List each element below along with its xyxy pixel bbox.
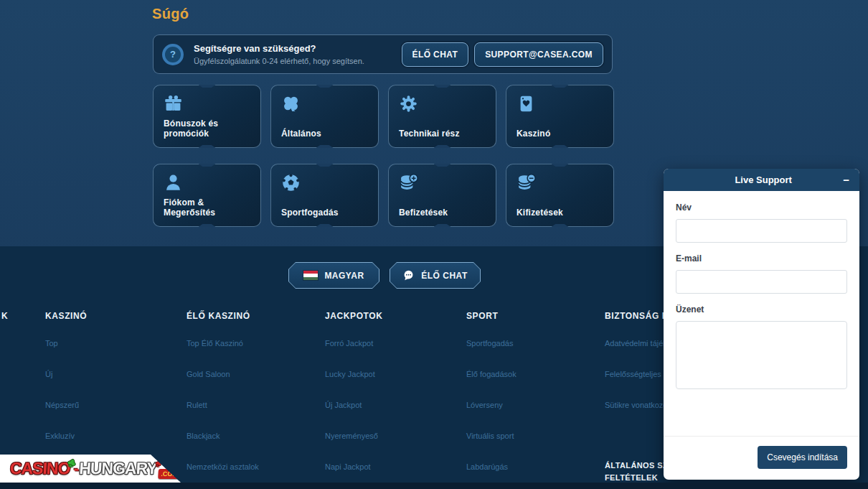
footer-column-sport: SPORT Sportfogadás Élő fogadások Lóverse…: [466, 311, 516, 489]
live-support-header: Live Support −: [664, 169, 859, 191]
help-question-icon: ?: [162, 44, 184, 65]
footer-link[interactable]: Napi Jackpot: [325, 462, 371, 471]
footer-list-item: Új Jackpot: [325, 398, 383, 411]
footer-link[interactable]: Top Élő Kaszinó: [187, 339, 243, 348]
category-label: Befizetések: [399, 208, 486, 218]
help-subheading: Ügyfélszolgálatunk 0-24 elérhető, hogy s…: [194, 57, 364, 65]
playing-card-icon: [516, 94, 536, 113]
footer-list-item: Forró Jackpot: [325, 336, 383, 349]
page-title: Súgó: [152, 6, 189, 22]
footer-list-item: Labdarúgás: [466, 460, 516, 472]
live-support-body: Név E-mail Üzenet Csevegés indítása: [664, 191, 859, 480]
category-label: Kaszinó: [516, 129, 603, 139]
category-label: Sportfogadás: [281, 208, 368, 218]
category-label: Kifizetések: [516, 208, 603, 218]
category-card-bonuses[interactable]: Bónuszok és promóciók: [153, 85, 261, 148]
footer-link[interactable]: Forró Jackpot: [325, 339, 373, 348]
footer-list-item: Top: [45, 336, 88, 349]
user-icon: [164, 173, 183, 192]
message-label: Üzenet: [676, 304, 847, 315]
live-chat-button[interactable]: ÉLŐ CHAT: [402, 42, 469, 67]
footer-list-item: Élő fogadások: [466, 367, 516, 380]
footer-link[interactable]: Top: [45, 339, 58, 348]
footer-column-jackpots: JACKPOTOK Forró Jackpot Lucky Jackpot Új…: [325, 311, 383, 489]
footer-list-item: Top Élő Kaszinó: [187, 336, 259, 349]
gear-icon: [399, 94, 418, 113]
footer-list-item: Nemzetközi asztalok: [187, 460, 259, 472]
category-card-casino[interactable]: Kaszinó: [506, 85, 614, 148]
category-card-account[interactable]: Fiókom & Megerősítés: [153, 164, 261, 227]
email-field[interactable]: [676, 270, 847, 294]
footer-link[interactable]: Új Jackpot: [325, 401, 362, 409]
language-button-label: MAGYAR: [324, 271, 364, 281]
language-button[interactable]: MAGYAR: [288, 262, 379, 289]
footer-list-item: Rulett: [187, 398, 259, 411]
help-banner: ? Segítségre van szükséged? Ügyfélszolgá…: [153, 34, 613, 74]
footer-list-item: Sportfogadás: [466, 336, 516, 349]
watermark-casino-text: CASINO: [9, 459, 70, 478]
category-card-deposits[interactable]: Befizetések: [388, 164, 496, 227]
footer-link[interactable]: Élő fogadások: [466, 370, 516, 378]
question-mark-glyph: ?: [165, 47, 181, 62]
footer-column-title: SPORT: [466, 311, 516, 321]
footer-list-item: Gold Saloon: [187, 367, 259, 380]
footer-column-partial: K: [1, 311, 8, 336]
help-heading: Segítségre van szükséged?: [194, 43, 364, 54]
footer-live-chat-button[interactable]: ÉLŐ CHAT: [390, 262, 481, 289]
footer-list-item: Lóverseny: [466, 398, 516, 411]
coins-plus-icon: [399, 173, 418, 192]
soccer-ball-icon: [281, 173, 301, 192]
message-field[interactable]: [676, 321, 847, 389]
name-field[interactable]: [676, 219, 847, 243]
footer-link[interactable]: Virtuális sport: [466, 432, 514, 440]
category-card-sports[interactable]: Sportfogadás: [270, 164, 379, 227]
category-card-general[interactable]: Általános: [270, 85, 379, 148]
footer-link[interactable]: Exkluzív: [45, 432, 75, 440]
live-support-title: Live Support: [674, 174, 843, 185]
email-label: E-mail: [676, 253, 847, 264]
category-label: Általános: [281, 129, 368, 139]
support-email-button[interactable]: SUPPORT@CASEA.COM: [474, 42, 603, 67]
name-label: Név: [676, 202, 847, 213]
category-label: Fiókom & Megerősítés: [164, 197, 250, 218]
start-chat-button[interactable]: Csevegés indítása: [758, 446, 847, 469]
category-card-technical[interactable]: Technikai rész: [388, 85, 496, 148]
footer-link[interactable]: Labdarúgás: [466, 462, 508, 471]
footer-link[interactable]: Új: [45, 370, 52, 378]
footer-column-title: K: [1, 311, 8, 321]
footer-link[interactable]: Lucky Jackpot: [325, 370, 375, 378]
minimize-icon[interactable]: −: [843, 174, 849, 185]
bottom-bar: [0, 483, 868, 489]
help-banner-texts: Segítségre van szükséged? Ügyfélszolgála…: [194, 43, 364, 65]
help-category-grid: Bónuszok és promóciók Általános: [153, 85, 614, 227]
live-support-widget: Live Support − Név E-mail Üzenet Csevegé…: [664, 169, 859, 480]
footer-column-title: KASZINÓ: [45, 311, 88, 321]
footer-link[interactable]: Blackjack: [187, 432, 220, 440]
category-label: Bónuszok és promóciók: [164, 118, 250, 139]
footer-link[interactable]: Nemzetközi asztalok: [187, 462, 259, 471]
footer-list-item: Új: [45, 367, 88, 380]
category-label: Technikai rész: [399, 129, 486, 139]
category-card-withdrawals[interactable]: Kifizetések: [506, 164, 614, 227]
coins-minus-icon: [516, 173, 536, 192]
footer-link[interactable]: Nyereményeső: [325, 432, 378, 440]
footer-link[interactable]: Lóverseny: [466, 401, 503, 409]
footer-list-item: Lucky Jackpot: [325, 367, 383, 380]
footer-chat-button-label: ÉLŐ CHAT: [421, 271, 467, 281]
footer-list-item: Blackjack: [187, 429, 259, 442]
clover-icon: [281, 94, 301, 113]
footer-column-title: ÉLŐ KASZINÓ: [187, 311, 259, 321]
gift-icon: [164, 94, 183, 113]
footer-link[interactable]: Rulett: [187, 401, 207, 409]
footer-list-item: Exkluzív: [45, 429, 88, 442]
hungary-flag-icon: [303, 271, 318, 280]
footer-list-item: Nyereményeső: [325, 429, 383, 442]
footer-list-item: Virtuális sport: [466, 429, 516, 442]
footer-list-item: Népszerű: [45, 398, 88, 411]
footer-column-live-casino: ÉLŐ KASZINÓ Top Élő Kaszinó Gold Saloon …: [187, 311, 259, 489]
footer-link[interactable]: Népszerű: [45, 401, 79, 409]
watermark-hungary-text: HUNGARY: [79, 459, 158, 478]
chat-bubble-icon: [402, 269, 415, 281]
footer-link[interactable]: Gold Saloon: [187, 370, 230, 378]
footer-link[interactable]: Sportfogadás: [466, 339, 513, 348]
